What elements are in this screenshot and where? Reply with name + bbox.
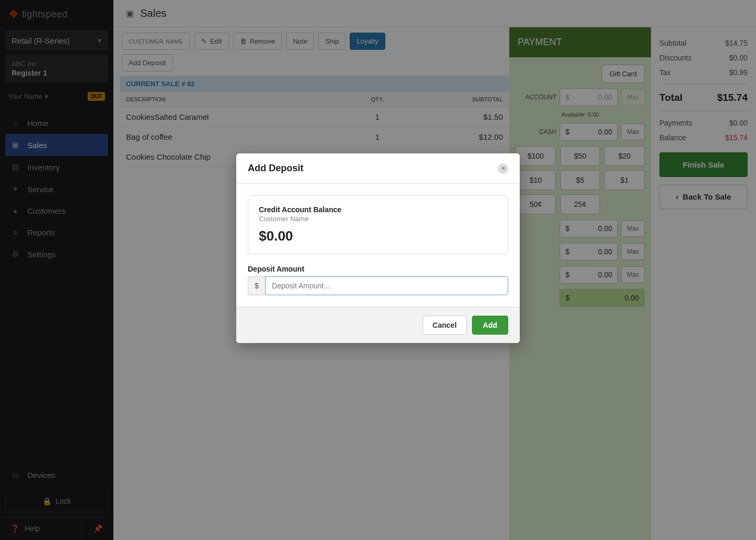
credit-account-card: Credit Account Balance Customer Name $0.… (248, 195, 508, 254)
add-deposit-modal: Add Deposit ✕ Credit Account Balance Cus… (236, 153, 520, 343)
add-button[interactable]: Add (472, 316, 508, 335)
credit-card-amount: $0.00 (259, 228, 497, 244)
cancel-button[interactable]: Cancel (423, 316, 467, 335)
modal-overlay[interactable]: Add Deposit ✕ Credit Account Balance Cus… (0, 0, 756, 540)
credit-card-title: Credit Account Balance (259, 205, 497, 214)
deposit-amount-label: Deposit Amount (248, 265, 508, 273)
deposit-amount-input[interactable] (265, 276, 508, 295)
currency-prefix: $ (248, 276, 265, 295)
modal-title: Add Deposit (248, 163, 303, 174)
credit-card-customer: Customer Name (259, 215, 497, 223)
close-icon: ✕ (501, 165, 506, 172)
close-button[interactable]: ✕ (498, 163, 508, 174)
